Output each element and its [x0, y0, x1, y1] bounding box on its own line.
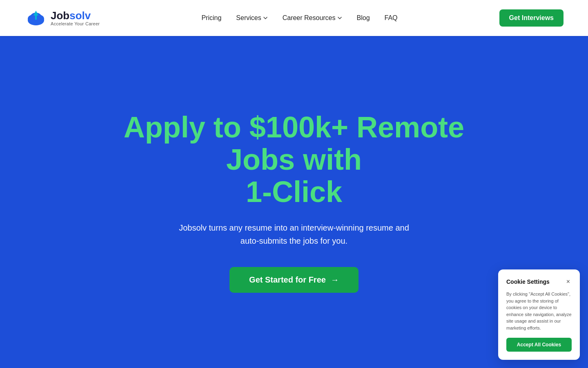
career-resources-chevron-icon	[337, 16, 342, 20]
get-started-button[interactable]: Get Started for Free →	[229, 267, 359, 293]
nav-career-resources[interactable]: Career Resources	[283, 14, 342, 22]
cookie-close-button[interactable]: ×	[565, 278, 572, 286]
logo-tagline: Accelerate Your Career	[51, 21, 100, 26]
logo-text: Jobsolv Accelerate Your Career	[51, 10, 100, 27]
get-interviews-button[interactable]: Get Interviews	[499, 9, 564, 27]
hero-title: Apply to $100k+ Remote Jobs with 1-Click	[110, 111, 478, 209]
navbar: Jobsolv Accelerate Your Career Pricing S…	[0, 0, 588, 36]
cookie-title: Cookie Settings	[506, 278, 550, 285]
logo[interactable]: Jobsolv Accelerate Your Career	[24, 7, 100, 29]
arrow-right-icon: →	[331, 275, 339, 285]
cookie-body: By clicking "Accept All Cookies", you ag…	[506, 291, 572, 331]
cookie-banner: Cookie Settings × By clicking "Accept Al…	[498, 269, 580, 360]
hero-subtitle: Jobsolv turns any resume into an intervi…	[172, 221, 416, 247]
logo-name: Jobsolv	[51, 10, 100, 22]
services-chevron-icon	[263, 16, 268, 20]
nav-services[interactable]: Services	[236, 14, 267, 22]
accept-cookies-button[interactable]: Accept All Cookies	[506, 338, 572, 352]
nav-links: Pricing Services Career Resources Blog F…	[201, 14, 397, 22]
logo-icon	[24, 7, 47, 29]
nav-pricing[interactable]: Pricing	[201, 14, 221, 22]
nav-blog[interactable]: Blog	[357, 14, 370, 22]
cookie-header: Cookie Settings ×	[506, 278, 572, 286]
nav-faq[interactable]: FAQ	[385, 14, 398, 22]
